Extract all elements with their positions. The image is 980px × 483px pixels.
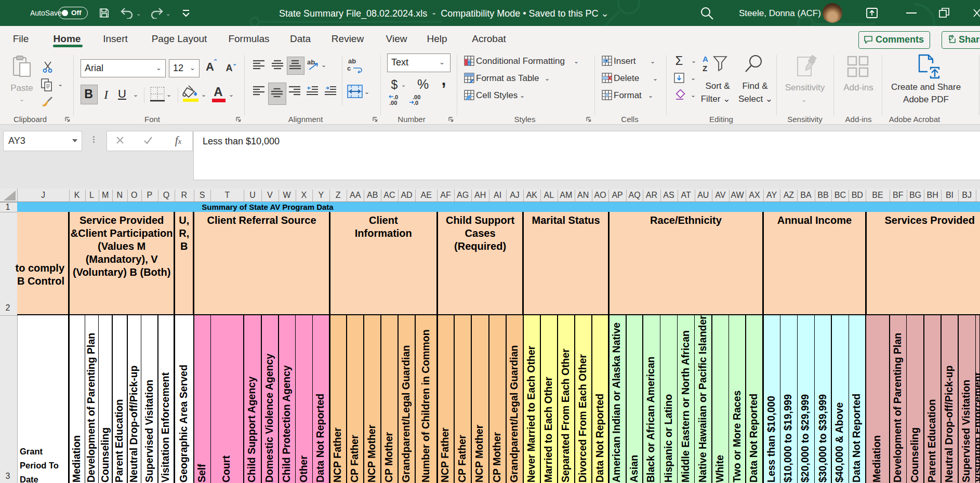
svg-text:ab: ab	[307, 58, 315, 66]
svg-text:.0: .0	[414, 100, 418, 105]
svg-text:ab: ab	[348, 58, 356, 65]
svg-text:Z: Z	[703, 64, 707, 73]
svg-text:c: c	[347, 64, 351, 72]
svg-text:.00: .00	[389, 100, 397, 105]
svg-text:A: A	[703, 55, 708, 63]
